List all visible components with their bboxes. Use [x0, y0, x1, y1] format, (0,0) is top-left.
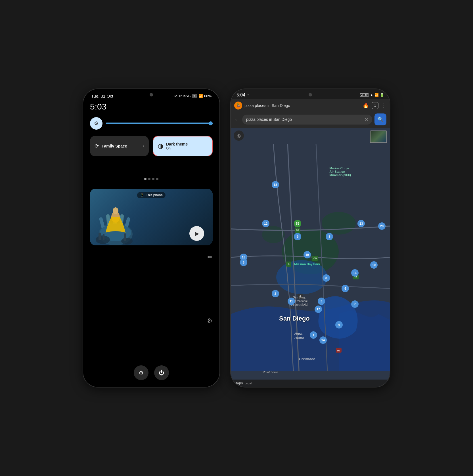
dot-4 — [156, 178, 158, 180]
pin-3[interactable]: 3 — [318, 298, 325, 305]
pagination-dots — [83, 161, 219, 183]
family-space-icon: ⟳ — [95, 143, 99, 149]
dark-theme-icon: ◑ — [158, 142, 163, 150]
pin-20[interactable]: 20 — [378, 222, 386, 230]
svg-rect-13 — [124, 233, 126, 241]
map-thumbnail[interactable] — [370, 130, 387, 143]
pin-6[interactable]: 6 — [342, 285, 349, 292]
svg-point-18 — [276, 260, 327, 294]
settings-gear-icon: ⚙ — [94, 120, 99, 127]
browser-address-bar[interactable]: 🦆 pizza places in San Diego 🔥 1 ⋮ — [231, 99, 390, 112]
pin-8b[interactable]: 8 — [326, 233, 333, 240]
time-row: 5:03 — [83, 101, 219, 114]
pin-18[interactable]: 18 — [272, 181, 279, 188]
search-bar: ← pizza places in San Diego ✕ 🔍 — [231, 112, 390, 128]
quick-tiles: ⟳ Family Space › ◑ Dark theme On — [83, 134, 219, 161]
browser-url-display[interactable]: pizza places in San Diego — [244, 103, 360, 108]
right-phone: 5:04 ↑ VoLTE ▲ 📶 🔋 🦆 pizza places in San… — [231, 89, 390, 387]
carrier-info: Jio True5G 5G 📶 68% — [173, 94, 212, 98]
brightness-icon[interactable]: ⚙ — [90, 117, 102, 130]
svg-text:52: 52 — [296, 229, 299, 232]
svg-rect-12 — [103, 234, 104, 240]
flame-icon[interactable]: 🔥 — [363, 102, 369, 109]
pin-16[interactable]: 16 — [351, 269, 359, 277]
back-button[interactable]: ← — [234, 116, 240, 123]
dark-theme-label: Dark theme — [166, 142, 188, 147]
media-player-card[interactable]: 📱 This phone ▶ — [90, 189, 213, 245]
power-icon: ⏻ — [159, 370, 164, 376]
pin-7[interactable]: 7 — [351, 300, 359, 308]
pin-9[interactable]: 9 — [294, 233, 301, 240]
map-svg: 5 15 52 94 ·05 — [231, 128, 390, 387]
dark-theme-tile[interactable]: ◑ Dark theme On — [153, 136, 213, 156]
map-area[interactable]: 5 15 52 94 ·05 ◎ Marine CorpsA — [231, 128, 390, 387]
svg-point-8 — [113, 207, 118, 214]
date-display: Tue, 31 Oct — [91, 94, 113, 98]
svg-point-16 — [322, 212, 356, 235]
family-space-arrow-icon: › — [143, 144, 144, 149]
browser-action-icons: 🔥 1 ⋮ — [363, 102, 386, 109]
svg-text:5: 5 — [288, 263, 289, 266]
dot-3 — [152, 178, 154, 180]
status-right-left: 5:04 ↑ — [236, 92, 249, 98]
maps-logo-text: Maps — [234, 381, 243, 385]
pin-15[interactable]: 15 — [240, 254, 247, 261]
svg-point-10 — [121, 238, 133, 245]
time-display: 5:03 — [90, 102, 106, 111]
left-phone: Tue, 31 Oct Jio True5G 5G 📶 68% 5:03 ⚙ — [83, 89, 219, 387]
edit-button[interactable]: ✏ — [208, 254, 213, 261]
tab-count-badge[interactable]: 1 — [372, 102, 378, 109]
brightness-track[interactable] — [106, 123, 213, 124]
pin-19[interactable]: 19 — [304, 251, 311, 258]
maps-legal-text: Legal — [245, 382, 252, 385]
status-right-right: VoLTE ▲ 📶 🔋 — [360, 93, 384, 97]
wifi-icon: ▲ — [370, 93, 373, 97]
pin-8a[interactable]: 8 — [323, 274, 330, 282]
status-bar-left: Tue, 31 Oct Jio True5G 5G 📶 68% — [83, 89, 219, 101]
play-button[interactable]: ▶ — [189, 226, 204, 241]
time-right: 5:04 — [236, 92, 245, 98]
upload-icon: ↑ — [247, 93, 249, 97]
brightness-row[interactable]: ⚙ — [83, 114, 219, 134]
dark-theme-text: Dark theme On — [166, 142, 188, 151]
search-clear-icon[interactable]: ✕ — [365, 117, 368, 122]
pin-14[interactable]: 14 — [319, 336, 327, 344]
svg-text:·05: ·05 — [313, 257, 317, 260]
compass-button[interactable]: ◎ — [234, 130, 244, 141]
more-options-icon[interactable]: ⋮ — [381, 102, 386, 109]
pin-4[interactable]: 4 — [335, 321, 343, 328]
bottom-nav: ⚙ ⏻ — [83, 365, 219, 380]
pin-10[interactable]: 10 — [370, 261, 378, 269]
duckduckgo-logo: 🦆 — [234, 102, 242, 109]
point-loma-label: Point Loma — [263, 370, 279, 374]
media-device-label: 📱 This phone — [137, 192, 166, 198]
right-screen: 5:04 ↑ VoLTE ▲ 📶 🔋 🦆 pizza places in San… — [231, 89, 390, 387]
media-settings-icon[interactable]: ⚙ — [207, 317, 213, 325]
search-input-wrapper[interactable]: pizza places in San Diego ✕ — [242, 115, 372, 125]
pin-17[interactable]: 17 — [315, 306, 322, 313]
svg-text:94: 94 — [337, 349, 340, 352]
signal-icon-right: 📶 — [374, 93, 379, 97]
status-bar-right: 5:04 ↑ VoLTE ▲ 📶 🔋 — [231, 89, 390, 99]
pin-11[interactable]: 11 — [288, 298, 295, 305]
svg-point-17 — [262, 226, 285, 243]
pin-1[interactable]: 1 — [310, 331, 317, 339]
settings-icon: ⚙ — [139, 369, 144, 376]
pin-12[interactable]: 12 — [262, 220, 269, 227]
settings-nav-button[interactable]: ⚙ — [134, 365, 148, 380]
network-badge-5g: 5G — [192, 94, 197, 98]
left-screen: Tue, 31 Oct Jio True5G 5G 📶 68% 5:03 ⚙ — [83, 89, 219, 387]
volte-icon: VoLTE — [360, 93, 369, 97]
pin-2[interactable]: 2 — [272, 290, 279, 297]
search-go-button[interactable]: 🔍 — [374, 113, 386, 125]
pin-52[interactable]: 52 — [294, 220, 301, 227]
family-space-tile[interactable]: ⟳ Family Space › — [90, 136, 149, 156]
svg-rect-11 — [99, 233, 101, 240]
dot-2 — [148, 178, 150, 180]
pin-13[interactable]: 13 — [357, 220, 365, 227]
media-artwork — [90, 189, 141, 245]
dot-1 — [144, 178, 146, 180]
power-nav-button[interactable]: ⏻ — [154, 365, 169, 380]
dark-theme-status: On — [166, 146, 188, 150]
battery-icon-right: 🔋 — [380, 93, 384, 97]
